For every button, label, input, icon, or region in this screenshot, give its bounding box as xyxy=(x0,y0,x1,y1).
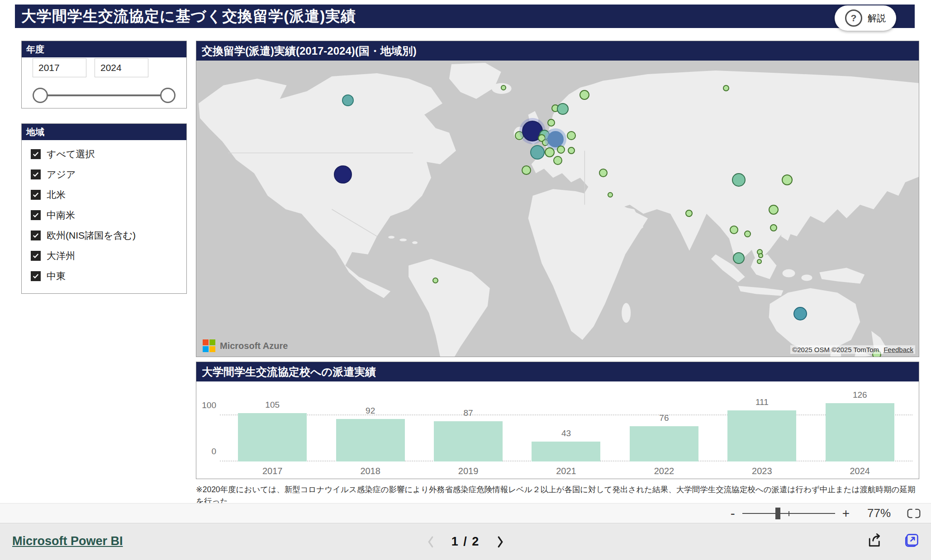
checkbox-checked-icon[interactable] xyxy=(31,210,41,220)
map-bubble-france[interactable] xyxy=(530,145,545,160)
zoom-slider-midtick xyxy=(788,511,789,516)
year-to-input[interactable] xyxy=(95,58,148,77)
map-bubble-finland[interactable] xyxy=(580,90,589,100)
map-bubble-indonesia[interactable] xyxy=(757,259,762,264)
bar-2019[interactable] xyxy=(434,421,503,461)
checkbox-checked-icon[interactable] xyxy=(31,251,41,261)
region-option-europe[interactable]: 欧州(NIS諸国を含む) xyxy=(31,229,136,242)
bar-column-2024: 1262024 xyxy=(811,381,909,461)
map-attribution: ©2025 OSM ©2025 TomTom Feedback xyxy=(790,345,915,354)
report-title: 大学間学生交流協定に基づく交換留学(派遣)実績 xyxy=(15,6,356,27)
checkbox-checked-icon[interactable] xyxy=(31,169,41,179)
map-bubble-israel[interactable] xyxy=(608,192,613,198)
map-bubble-east-china[interactable] xyxy=(769,205,779,215)
slider-handle-max[interactable] xyxy=(160,88,176,103)
map-bubble-poland[interactable] xyxy=(567,131,576,140)
map-bubble-south-korea[interactable] xyxy=(782,174,793,185)
azure-map[interactable]: Microsoft Azure ©2025 OSM ©2025 TomTom F… xyxy=(196,61,919,357)
x-axis-label-2023: 2023 xyxy=(713,466,811,476)
region-option-north-america[interactable]: 北米 xyxy=(31,188,66,202)
slider-handle-min[interactable] xyxy=(33,88,48,103)
bar-value-label: 105 xyxy=(265,400,280,410)
bar-2018[interactable] xyxy=(336,419,405,461)
map-bubble-australia[interactable] xyxy=(793,307,807,320)
bars: 1052017922018872019432021762022111202312… xyxy=(223,381,909,461)
help-button-label: 解説 xyxy=(868,12,886,24)
open-in-powerbi-icon[interactable] xyxy=(904,532,920,548)
zoom-level-label: 77% xyxy=(863,506,895,520)
region-option-middle-east[interactable]: 中東 xyxy=(31,269,66,283)
zoom-slider[interactable] xyxy=(742,507,835,520)
map-bubble-india[interactable] xyxy=(685,210,693,217)
zoom-in-button[interactable]: + xyxy=(842,507,850,520)
map-bubble-iceland[interactable] xyxy=(501,85,506,90)
map-bubble-italy[interactable] xyxy=(553,156,562,165)
bar-chart-title: 大学間学生交流協定校への派遣実績 xyxy=(196,362,919,381)
map-bubble-canada[interactable] xyxy=(342,94,354,106)
map-bubble-taiwan[interactable] xyxy=(770,224,777,231)
y-axis-tick-0: 0 xyxy=(196,447,216,456)
bar-value-label: 87 xyxy=(463,408,473,418)
map-bubble-vietnam[interactable] xyxy=(744,231,751,237)
map-bubbles xyxy=(196,61,919,357)
map-bubble-russia[interactable] xyxy=(723,85,729,91)
map-visual-title: 交換留学(派遣)実績(2017-2024)(国・地域別) xyxy=(196,41,919,61)
x-axis-label-2017: 2017 xyxy=(223,466,321,476)
bar-2023[interactable] xyxy=(727,410,796,461)
zoom-slider-handle[interactable] xyxy=(775,508,780,519)
bar-value-label: 126 xyxy=(853,390,867,400)
map-bubble-austria[interactable] xyxy=(568,147,575,154)
zoom-out-button[interactable]: - xyxy=(731,507,735,520)
help-button[interactable]: ? 解説 xyxy=(835,5,896,31)
region-slicer-title: 地域 xyxy=(22,124,186,140)
year-range-slider[interactable] xyxy=(33,87,176,104)
checkbox-checked-icon[interactable] xyxy=(31,271,41,281)
map-bubble-singapore[interactable] xyxy=(733,252,745,264)
microsoft-logo-icon xyxy=(203,339,215,352)
region-option-label: すべて選択 xyxy=(47,148,95,160)
year-from-input[interactable] xyxy=(33,58,86,77)
region-option-latin-america[interactable]: 中南米 xyxy=(31,208,75,222)
checkbox-checked-icon[interactable] xyxy=(31,190,41,200)
x-axis-label-2018: 2018 xyxy=(321,466,419,476)
powerbi-report-viewer: 大学間学生交流協定に基づく交換留学(派遣)実績 ? 解説 年度 地域 すべて選択… xyxy=(0,0,931,560)
map-bubble-sweden[interactable] xyxy=(557,103,569,115)
slider-track xyxy=(41,94,167,96)
azure-logo-label: Microsoft Azure xyxy=(220,341,288,351)
region-option-asia[interactable]: アジア xyxy=(31,168,76,181)
azure-logo: Microsoft Azure xyxy=(203,339,288,352)
next-page-icon[interactable] xyxy=(497,536,504,548)
year-slicer-panel: 年度 xyxy=(21,41,187,108)
map-bubble-denmark[interactable] xyxy=(547,119,555,127)
region-option-label: 中東 xyxy=(47,270,66,282)
share-icon[interactable] xyxy=(867,532,884,548)
bar-2022[interactable] xyxy=(630,426,698,461)
map-bubble-germany[interactable] xyxy=(547,131,564,147)
checkbox-checked-icon[interactable] xyxy=(31,149,41,159)
checkbox-checked-icon[interactable] xyxy=(31,231,41,240)
map-visual-panel: 交換留学(派遣)実績(2017-2024)(国・地域別) xyxy=(196,41,919,357)
bar-2021[interactable] xyxy=(532,442,600,461)
fullscreen-icon[interactable] xyxy=(907,508,921,519)
region-option-select-all[interactable]: すべて選択 xyxy=(31,147,95,161)
bar-2017[interactable] xyxy=(238,413,307,461)
map-bubble-malaysia[interactable] xyxy=(758,253,763,258)
map-feedback-link[interactable]: Feedback xyxy=(884,346,913,353)
map-bubble-spain[interactable] xyxy=(522,165,531,175)
bar-column-2019: 872019 xyxy=(419,381,517,461)
map-bubble-usa[interactable] xyxy=(334,165,352,184)
map-bubble-czechia[interactable] xyxy=(557,146,565,154)
previous-page-icon[interactable] xyxy=(427,536,434,548)
region-option-label: 中南米 xyxy=(47,209,75,221)
map-bubble-thailand[interactable] xyxy=(730,226,738,234)
page-navigation: 1 / 2 xyxy=(0,523,931,560)
y-axis-tick-100: 100 xyxy=(196,400,216,410)
map-bubble-brazil[interactable] xyxy=(432,278,438,283)
bar-2024[interactable] xyxy=(826,403,894,461)
bar-value-label: 111 xyxy=(755,397,769,407)
map-bubble-china[interactable] xyxy=(732,173,746,187)
map-bubble-turkey[interactable] xyxy=(599,169,608,177)
report-header: 大学間学生交流協定に基づく交換留学(派遣)実績 xyxy=(15,5,915,28)
region-option-oceania[interactable]: 大洋州 xyxy=(31,249,75,263)
map-bubble-switzerland[interactable] xyxy=(545,147,555,157)
